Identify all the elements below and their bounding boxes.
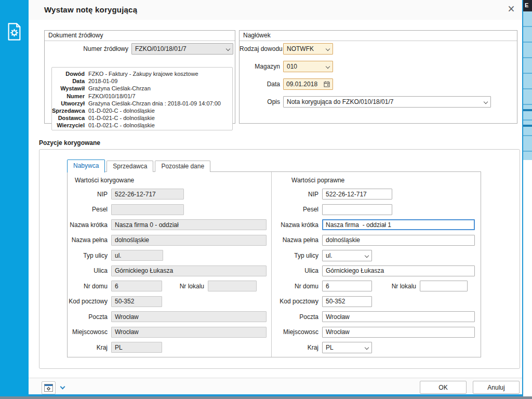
pesel-old-input xyxy=(111,204,184,215)
nazwa-krotka-old-input xyxy=(111,219,267,230)
source-number-value: FZKO/010/18/01/7 xyxy=(135,45,187,52)
wystaw-note-dialog: Wystaw notę korygującą × Dokument źródło… xyxy=(29,0,523,396)
header-groupbox: Nagłówek Rodzaj dowodu NOTWFK Magazyn 01… xyxy=(239,30,517,124)
opis-combo[interactable]: Nota korygująca do FZKO/010/18/01/7 xyxy=(283,96,491,108)
dialog-footer: OK Anuluj xyxy=(29,378,522,394)
kod-pocztowy-old-input xyxy=(111,296,162,307)
magazyn-combo[interactable]: 010 xyxy=(283,61,333,72)
ok-button[interactable]: OK xyxy=(420,381,467,394)
pesel-new-input[interactable] xyxy=(322,204,392,215)
chevron-down-icon xyxy=(365,254,369,258)
background-app-edge: E xyxy=(523,0,532,399)
detail-value: Grażyna Cieślak-Chrzan xyxy=(88,85,151,92)
kraj-label: Kraj xyxy=(68,344,111,351)
positions-panel: Nabywca Sprzedawca Pozostałe dane Wartoś… xyxy=(39,149,520,369)
miejscowosc-new-input[interactable] xyxy=(322,327,475,338)
pesel-label: Pesel xyxy=(272,206,322,213)
kod-pocztowy-label: Kod pocztowy xyxy=(68,298,111,305)
kraj-label: Kraj xyxy=(272,344,322,351)
rodzaj-dowodu-label: Rodzaj dowodu xyxy=(240,45,283,52)
nr-lokalu-new-input[interactable] xyxy=(420,281,468,291)
detail-label: Sprzedawca xyxy=(52,107,88,114)
nip-label: NIP xyxy=(68,191,111,198)
window-gear-icon xyxy=(44,384,53,392)
kraj-new-combo[interactable]: PL xyxy=(322,342,372,353)
typ-ulicy-new-combo[interactable]: ul. xyxy=(322,250,372,261)
positions-tabs: Nabywca Sprzedawca Pozostałe dane xyxy=(67,159,212,172)
background-grid-divider xyxy=(523,125,532,127)
background-grid-header: E xyxy=(523,0,532,11)
pesel-label: Pesel xyxy=(68,206,111,213)
miejscowosc-label: Miejscowosc xyxy=(272,328,322,336)
poczta-label: Poczta xyxy=(272,313,322,321)
poczta-new-input[interactable] xyxy=(322,311,475,322)
nabywca-tab-content: Wartości korygowane NIP Pesel Nazwa krót… xyxy=(67,171,481,357)
calendar-icon xyxy=(324,81,330,87)
dialog-side-strip xyxy=(0,0,29,399)
tab-pozostale-dane[interactable]: Pozostałe dane xyxy=(155,161,210,172)
nr-domu-label: Nr domu xyxy=(68,283,111,290)
kraj-old-input xyxy=(111,342,162,353)
nip-old-input xyxy=(111,189,184,200)
nr-domu-old-input xyxy=(111,281,162,291)
typ-ulicy-label: Typ ulicy xyxy=(68,252,111,259)
typ-ulicy-old-input xyxy=(111,250,163,261)
detail-label: Utworzył xyxy=(52,100,88,107)
nr-lokalu-label: Nr lokalu xyxy=(162,283,208,290)
nazwa-pelna-label: Nazwa pełna xyxy=(272,236,322,244)
source-document-caption: Dokument źródłowy xyxy=(45,31,235,41)
tab-nabywca[interactable]: Nabywca xyxy=(67,159,105,172)
chevron-down-icon xyxy=(365,345,369,350)
nr-lokalu-label: Nr lokalu xyxy=(372,283,420,290)
chevron-down-icon xyxy=(326,64,330,69)
opis-label: Opis xyxy=(240,98,283,105)
nr-lokalu-old-input xyxy=(208,281,257,291)
positions-caption: Pozycje korygowane xyxy=(39,139,100,147)
nazwa-krotka-label: Nazwa krótka xyxy=(272,221,322,229)
header-caption: Nagłówek xyxy=(240,31,517,41)
correct-values-header: Wartości poprawne xyxy=(272,177,481,184)
nazwa-krotka-new-input[interactable] xyxy=(322,219,475,230)
detail-label: Dostawca xyxy=(52,114,88,122)
settings-dropdown-chevron-icon[interactable] xyxy=(60,384,65,390)
magazyn-label: Magazyn xyxy=(240,63,283,70)
magazyn-value: 010 xyxy=(287,63,297,70)
cancel-button[interactable]: Anuluj xyxy=(473,381,520,394)
close-icon[interactable]: × xyxy=(504,2,518,16)
detail-label: Data xyxy=(52,77,88,85)
chevron-down-icon xyxy=(226,47,230,51)
kraj-new-value: PL xyxy=(326,344,334,351)
nip-new-input[interactable] xyxy=(322,189,392,200)
kod-pocztowy-new-input[interactable] xyxy=(322,296,372,307)
miejscowosc-old-input xyxy=(111,327,267,338)
detail-value: 01-D-021-C - dolnośląskie xyxy=(88,114,155,122)
tab-sprzedawca[interactable]: Sprzedawca xyxy=(107,161,153,172)
rodzaj-dowodu-combo[interactable]: NOTWFK xyxy=(283,43,333,55)
detail-label: Wierzyciel xyxy=(52,122,88,129)
source-document-details: DowódFZKO - Faktury - Zakupy krajowe kos… xyxy=(51,67,233,130)
data-datepicker[interactable]: 09.01.2018 xyxy=(283,78,333,90)
detail-label: Wystawił xyxy=(52,85,88,92)
nr-domu-new-input[interactable] xyxy=(322,281,372,291)
ulica-new-input[interactable] xyxy=(322,265,475,276)
source-number-combo[interactable]: FZKO/010/18/01/7 xyxy=(131,43,233,55)
corrected-values-column: Wartości korygowane NIP Pesel Nazwa krót… xyxy=(68,172,271,357)
settings-button[interactable] xyxy=(42,381,56,394)
chevron-down-icon xyxy=(326,47,330,51)
dialog-title: Wystaw notę korygującą xyxy=(44,5,137,14)
corrected-values-header: Wartości korygowane xyxy=(68,177,271,184)
nazwa-pelna-new-input[interactable] xyxy=(322,235,475,246)
detail-value: Grażyna Cieślak-Chrzan dnia : 2018-01-09… xyxy=(88,100,221,107)
detail-value: 2018-01-09 xyxy=(88,77,117,85)
source-document-groupbox: Dokument źródłowy Numer źródłowy FZKO/01… xyxy=(44,30,235,124)
nip-label: NIP xyxy=(272,191,322,198)
typ-ulicy-new-value: ul. xyxy=(326,252,332,259)
kod-pocztowy-label: Kod pocztowy xyxy=(272,298,322,305)
ulica-old-input xyxy=(111,265,267,276)
detail-value: FZKO/010/18/01/7 xyxy=(88,92,136,100)
ulica-label: Ulica xyxy=(272,267,322,274)
source-number-label: Numer źródłowy xyxy=(45,45,131,52)
correct-values-column: Wartości poprawne NIP Pesel Nazwa krótka… xyxy=(271,172,481,357)
detail-value: 01-D-020-C - dolnośląskie xyxy=(88,107,155,114)
opis-value: Nota korygująca do FZKO/010/18/01/7 xyxy=(287,98,393,105)
